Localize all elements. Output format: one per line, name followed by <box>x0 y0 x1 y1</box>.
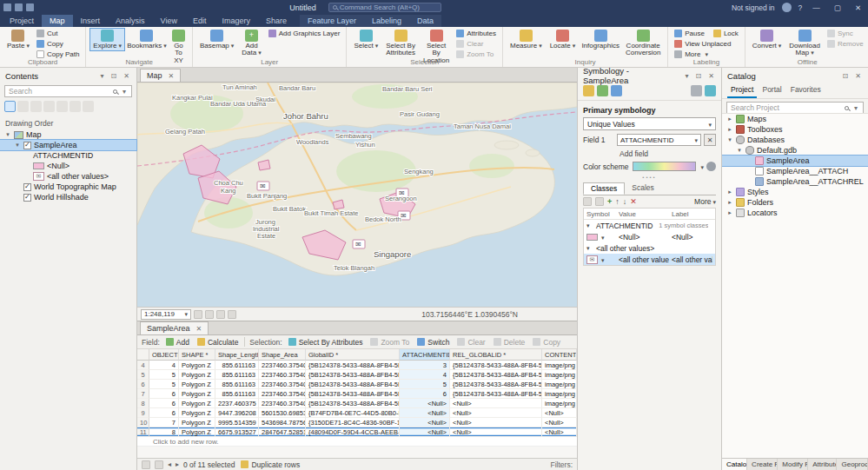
catalog-item-samplearea-attachrel[interactable]: SampleArea__ATTACHREL <box>722 176 868 187</box>
list-by-charts-icon[interactable] <box>83 101 94 112</box>
ribbon-tab-view[interactable]: View <box>153 15 185 27</box>
table-cell[interactable]: Polygon Z <box>179 418 215 427</box>
redo-icon[interactable] <box>26 3 34 11</box>
camera-icon[interactable] <box>705 85 716 96</box>
maximize-button[interactable]: ▢ <box>831 3 845 12</box>
paste-button[interactable]: Paste <box>4 29 32 50</box>
expander-icon[interactable]: ▾ <box>726 136 733 143</box>
contents-item-all-other-values[interactable]: <all other values> <box>0 171 136 182</box>
copy-rows-button[interactable]: Copy <box>531 338 562 347</box>
explore-button[interactable]: Explore <box>90 29 124 50</box>
table-cell[interactable]: {5B124378-5433-488A-8FB4-5FD714CD430F} <box>450 389 542 399</box>
column-header-shape-length[interactable]: Shape_Length <box>215 349 259 361</box>
list-by-snapping-icon[interactable] <box>56 101 68 112</box>
ribbon-tab-share[interactable]: Share <box>258 15 295 27</box>
table-cell[interactable]: {B74FD7B4-0E7C-44D5-80B0-BAA46AB45B87} <box>306 408 400 418</box>
map-lock-icon[interactable] <box>194 310 202 319</box>
table-cell[interactable]: 2237460.375408 <box>259 361 306 370</box>
expander-icon[interactable]: ▸ <box>726 126 733 133</box>
add-field-link[interactable]: Add field <box>620 149 716 158</box>
table-zoom-to-button[interactable]: Zoom To <box>368 338 411 347</box>
bookmarks-button[interactable]: Bookmarks <box>127 29 167 50</box>
map-snapping-icon[interactable] <box>205 310 214 319</box>
table-cell[interactable]: {5B124378-5433-488A-8FB4-5FD714CD430F} <box>306 361 400 370</box>
table-cell[interactable]: 6 <box>400 389 450 399</box>
undo-icon[interactable] <box>15 3 23 11</box>
table-cell[interactable]: {48094D0F-59D4-4CCB-AEEB-D676CC177406} <box>306 427 400 437</box>
table-cell[interactable]: {5B124378-5433-488A-8FB4-5FD714CD430F} <box>450 361 542 370</box>
table-cell[interactable]: Polygon Z <box>179 427 215 437</box>
minimize-button[interactable]: — <box>809 3 824 12</box>
dock-tab-create-f[interactable]: Create F... <box>747 459 778 470</box>
lock-labels-button[interactable]: Lock <box>712 29 740 38</box>
table-cell[interactable]: <Null> <box>400 399 450 408</box>
column-header-globalid[interactable]: GlobalID * <box>306 349 400 361</box>
list-by-editing-icon[interactable] <box>43 101 55 112</box>
table-cell[interactable]: {5B124378-5433-488A-8FB4-5FD714CD430F} <box>306 370 400 380</box>
table-cell[interactable]: 3 <box>400 361 450 370</box>
table-cell[interactable]: image/png <box>542 399 577 408</box>
table-cell[interactable]: <Null> <box>450 408 542 418</box>
symbol-class-row[interactable]: <Null> <Null> <box>584 231 715 242</box>
table-cell[interactable]: 2847647.528513 <box>259 427 306 437</box>
form-view-icon[interactable] <box>155 460 163 469</box>
symbology-method-dropdown[interactable]: Unique Values <box>583 117 716 130</box>
catalog-item-maps[interactable]: ▸Maps <box>722 114 868 124</box>
remove-button[interactable]: Remove <box>825 39 865 49</box>
download-map-button[interactable]: Download Map <box>786 29 823 58</box>
table-cell[interactable]: {3150DE71-8C4C-4836-90BF-13438489F643} <box>306 418 400 427</box>
calculate-field-button[interactable]: Calculate <box>195 338 240 347</box>
grid-view-icon[interactable] <box>583 197 592 206</box>
close-tab-icon[interactable]: ✕ <box>169 72 175 80</box>
map-canvas[interactable]: ✉✉✉✉Tun AminahBandar BaruKangkar PulaiBa… <box>137 83 577 307</box>
contents-item-attachmentid[interactable]: ATTACHMENTID <box>0 150 136 161</box>
map-grid-icon[interactable] <box>216 310 225 319</box>
color-scheme-dropdown[interactable] <box>633 162 696 171</box>
search-options-icon[interactable]: ▾ <box>852 104 859 112</box>
add-data-button[interactable]: + Add Data <box>239 29 263 58</box>
cut-button[interactable]: Cut <box>35 29 81 38</box>
help-icon[interactable]: ? <box>798 3 803 12</box>
map-view-tab[interactable]: Map✕ <box>140 69 181 82</box>
clear-selection-button[interactable]: Clear <box>454 39 498 49</box>
expander-icon[interactable]: ▸ <box>726 189 733 195</box>
list-by-selection-icon[interactable] <box>30 101 42 112</box>
ribbon-tab-edit[interactable]: Edit <box>185 15 215 27</box>
table-cell[interactable]: <Null> <box>400 427 450 437</box>
row-number[interactable]: 5 <box>137 370 149 380</box>
catalog-item-styles[interactable]: ▸Styles <box>722 187 868 197</box>
infographics-button[interactable]: Infographics <box>580 29 620 50</box>
locate-button[interactable]: Locate <box>547 29 579 50</box>
table-cell[interactable]: 855.611163 <box>215 361 259 370</box>
add-graphics-layer-button[interactable]: Add Graphics Layer <box>267 29 342 38</box>
table-cell[interactable]: <Null> <box>450 418 542 427</box>
ribbon-tab-data[interactable]: Data <box>409 15 441 27</box>
attachment-envelope-marker[interactable]: ✉ <box>257 182 269 190</box>
attributes-button[interactable]: Attributes <box>454 29 498 38</box>
expander-icon[interactable]: ▾ <box>14 142 21 149</box>
row-number[interactable]: 8 <box>137 399 149 408</box>
table-cell[interactable]: <Null> <box>400 418 450 427</box>
dock-tab-modify-f[interactable]: Modify F... <box>778 459 808 470</box>
table-cell[interactable]: 2237.460375 <box>215 399 259 408</box>
table-cell[interactable]: Polygon Z <box>179 370 215 380</box>
column-header-content-t[interactable]: CONTENT_T... <box>542 349 577 361</box>
attribute-table-grid[interactable]: OBJECTID *SHAPE *Shape_LengthShape_AreaG… <box>137 349 577 437</box>
table-cell[interactable]: {5B124378-5433-488A-8FB4-5FD714CD430F} <box>306 399 400 408</box>
expander-icon[interactable]: ▸ <box>726 116 733 122</box>
contents-item-world-hillshade[interactable]: World Hillshade <box>0 192 136 202</box>
dock-tab-catalog[interactable]: Catalog <box>722 459 747 470</box>
class-symbol-swatch[interactable] <box>586 234 598 241</box>
auto-hide-icon[interactable]: ⊡ <box>694 72 704 80</box>
catalog-tab-portal[interactable]: Portal <box>759 83 785 98</box>
ribbon-tab-feature-layer[interactable]: Feature Layer <box>300 15 364 27</box>
table-cell[interactable]: Polygon Z <box>179 389 215 399</box>
table-cell[interactable]: 9995.514359 <box>215 418 259 427</box>
save-icon[interactable] <box>3 3 11 11</box>
previous-record-icon[interactable]: ◂ <box>168 460 171 468</box>
table-cell[interactable]: {5B124378-5433-488A-8FB4-5FD714CD430F} <box>306 389 400 399</box>
add-new-row[interactable]: Click to add new row. <box>137 437 577 447</box>
table-cell[interactable]: 4 <box>400 370 450 380</box>
column-header-rel-globalid[interactable]: REL_GLOBALID * <box>450 349 542 361</box>
catalog-item-folders[interactable]: ▸Folders <box>722 197 868 208</box>
